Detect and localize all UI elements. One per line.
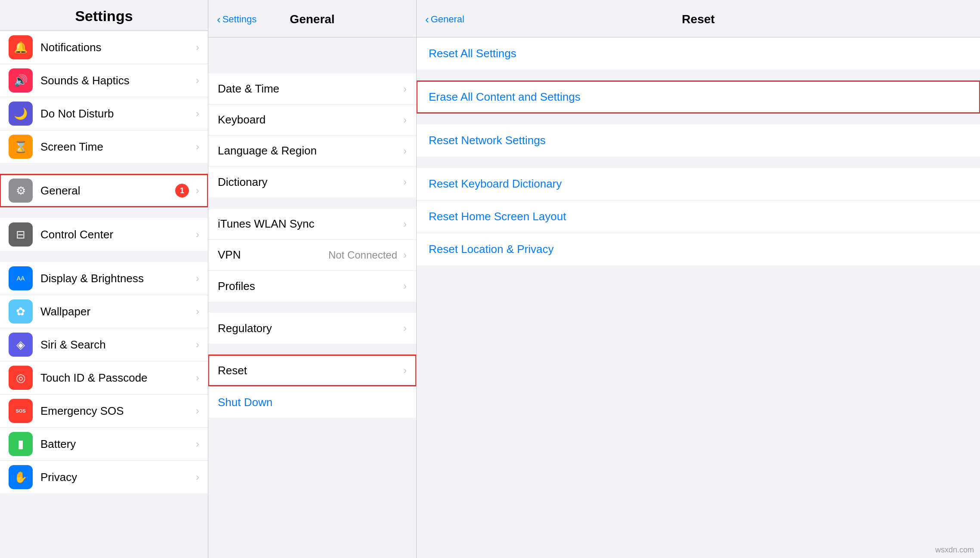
chevron-right-icon: › — [196, 228, 199, 240]
settings-group: 🔔Notifications›🔊Sounds & Haptics›🌙Do Not… — [0, 31, 208, 163]
reset-item-reset-all-settings[interactable]: Reset All Settings — [417, 37, 980, 70]
general-item-label-profiles: Profiles — [218, 280, 401, 293]
general-item-dictionary[interactable]: Dictionary› — [208, 166, 416, 197]
general-list: Date & Time›Keyboard›Language & Region›D… — [208, 37, 416, 558]
general-item-profiles[interactable]: Profiles› — [208, 271, 416, 302]
settings-item-donotdisturb[interactable]: 🌙Do Not Disturb› — [0, 97, 208, 130]
general-item-reset[interactable]: Reset› — [208, 355, 416, 386]
settings-item-label-emergencysos: Emergency SOS — [40, 404, 193, 418]
reset-item-label-reset-home: Reset Home Screen Layout — [429, 210, 566, 223]
general-item-language_region[interactable]: Language & Region› — [208, 136, 416, 166]
chevron-right-icon: › — [196, 438, 199, 450]
general-item-date_time[interactable]: Date & Time› — [208, 74, 416, 105]
reset-item-label-reset-all-settings: Reset All Settings — [429, 47, 516, 60]
chevron-left-icon: ‹ — [217, 14, 221, 25]
chevron-right-icon: › — [196, 108, 199, 120]
spacer — [0, 252, 208, 262]
settings-item-label-touchid: Touch ID & Passcode — [40, 371, 193, 385]
general-header-nav: ‹ Settings General — [217, 8, 408, 31]
spacer — [417, 157, 980, 168]
general-group-2: iTunes WLAN Sync›VPNNot Connected›Profil… — [208, 209, 416, 302]
spacer — [0, 494, 208, 505]
general-back-button[interactable]: ‹ Settings — [217, 14, 257, 25]
spacer — [208, 345, 416, 355]
general-title: General — [290, 12, 334, 26]
reset-item-reset-keyboard[interactable]: Reset Keyboard Dictionary — [417, 168, 980, 200]
general-item-label-dictionary: Dictionary — [218, 176, 401, 189]
chevron-right-icon: › — [196, 272, 199, 284]
watermark: wsxdn.com — [935, 546, 974, 555]
reset-group-3: Reset Network Settings — [417, 124, 980, 157]
chevron-right-icon: › — [196, 339, 199, 351]
settings-item-emergencysos[interactable]: SOSEmergency SOS› — [0, 395, 208, 428]
chevron-right-icon: › — [196, 185, 199, 197]
wallpaper-icon: ✿ — [9, 299, 33, 324]
settings-item-label-battery: Battery — [40, 438, 193, 451]
general-item-regulatory[interactable]: Regulatory› — [208, 313, 416, 344]
settings-item-controlcenter[interactable]: ⊟Control Center› — [0, 218, 208, 251]
settings-item-battery[interactable]: ▮Battery› — [0, 428, 208, 461]
reset-item-reset-network[interactable]: Reset Network Settings — [417, 124, 980, 157]
chevron-right-icon: › — [403, 280, 407, 292]
chevron-right-icon: › — [403, 176, 407, 188]
settings-item-notifications[interactable]: 🔔Notifications› — [0, 31, 208, 64]
notifications-icon: 🔔 — [9, 35, 33, 59]
settings-item-displaybrightness[interactable]: AADisplay & Brightness› — [0, 262, 208, 295]
settings-list: 🔔Notifications›🔊Sounds & Haptics›🌙Do Not… — [0, 31, 208, 558]
reset-item-reset-home[interactable]: Reset Home Screen Layout — [417, 200, 980, 233]
spacer — [0, 164, 208, 174]
reset-group-2: Erase All Content and Settings — [417, 81, 980, 113]
displaybrightness-icon: AA — [9, 266, 33, 290]
screentime-icon: ⌛ — [9, 135, 33, 159]
chevron-right-icon: › — [196, 141, 199, 153]
chevron-right-icon: › — [196, 41, 199, 53]
spacer — [417, 114, 980, 124]
reset-header: ‹ General Reset — [417, 0, 980, 37]
settings-header: Settings — [0, 0, 208, 31]
settings-item-label-sirisearch: Siri & Search — [40, 338, 193, 351]
settings-item-touchid[interactable]: ◎Touch ID & Passcode› — [0, 361, 208, 395]
reset-item-label-reset-network: Reset Network Settings — [429, 134, 546, 147]
reset-back-label: General — [431, 14, 464, 25]
general-back-label: Settings — [223, 14, 257, 25]
reset-item-label-reset-location: Reset Location & Privacy — [429, 243, 553, 256]
settings-item-privacy[interactable]: ✋Privacy› — [0, 461, 208, 493]
donotdisturb-icon: 🌙 — [9, 102, 33, 126]
general-item-shutdown[interactable]: Shut Down — [208, 387, 416, 418]
general-item-vpn[interactable]: VPNNot Connected› — [208, 240, 416, 271]
chevron-right-icon: › — [403, 249, 407, 261]
reset-group-4: Reset Keyboard DictionaryReset Home Scre… — [417, 168, 980, 265]
general-group-1: Date & Time›Keyboard›Language & Region›D… — [208, 74, 416, 197]
settings-item-label-donotdisturb: Do Not Disturb — [40, 107, 193, 120]
chevron-right-icon: › — [196, 305, 199, 318]
settings-item-screentime[interactable]: ⌛Screen Time› — [0, 130, 208, 163]
chevron-right-icon: › — [196, 74, 199, 86]
chevron-right-icon: › — [403, 218, 407, 230]
reset-header-nav: ‹ General Reset — [425, 8, 971, 31]
general-item-itunes_wlan[interactable]: iTunes WLAN Sync› — [208, 209, 416, 240]
reset-item-reset-location[interactable]: Reset Location & Privacy — [417, 233, 980, 265]
general-group-4: Reset› — [208, 355, 416, 386]
reset-column: ‹ General Reset Reset All SettingsErase … — [417, 0, 980, 558]
chevron-right-icon: › — [403, 364, 407, 376]
settings-item-wallpaper[interactable]: ✿Wallpaper› — [0, 295, 208, 328]
general-item-label-itunes_wlan: iTunes WLAN Sync — [218, 217, 401, 231]
reset-item-erase-all[interactable]: Erase All Content and Settings — [417, 81, 980, 113]
settings-item-sirisearch[interactable]: ◈Siri & Search› — [0, 328, 208, 361]
reset-list: Reset All SettingsErase All Content and … — [417, 37, 980, 558]
chevron-right-icon: › — [403, 83, 407, 95]
reset-back-button[interactable]: ‹ General — [425, 14, 464, 25]
reset-title: Reset — [682, 12, 714, 26]
chevron-right-icon: › — [403, 322, 407, 334]
settings-item-label-displaybrightness: Display & Brightness — [40, 272, 193, 285]
chevron-right-icon: › — [403, 145, 407, 157]
settings-item-general[interactable]: ⚙General1› — [0, 174, 208, 207]
settings-item-label-sounds: Sounds & Haptics — [40, 74, 193, 87]
settings-group: ⊟Control Center› — [0, 218, 208, 251]
spacer — [208, 302, 416, 313]
general-item-keyboard[interactable]: Keyboard› — [208, 105, 416, 136]
settings-item-sounds[interactable]: 🔊Sounds & Haptics› — [0, 64, 208, 97]
settings-item-label-notifications: Notifications — [40, 41, 193, 54]
spacer — [417, 71, 980, 81]
general-item-label-keyboard: Keyboard — [218, 113, 401, 126]
